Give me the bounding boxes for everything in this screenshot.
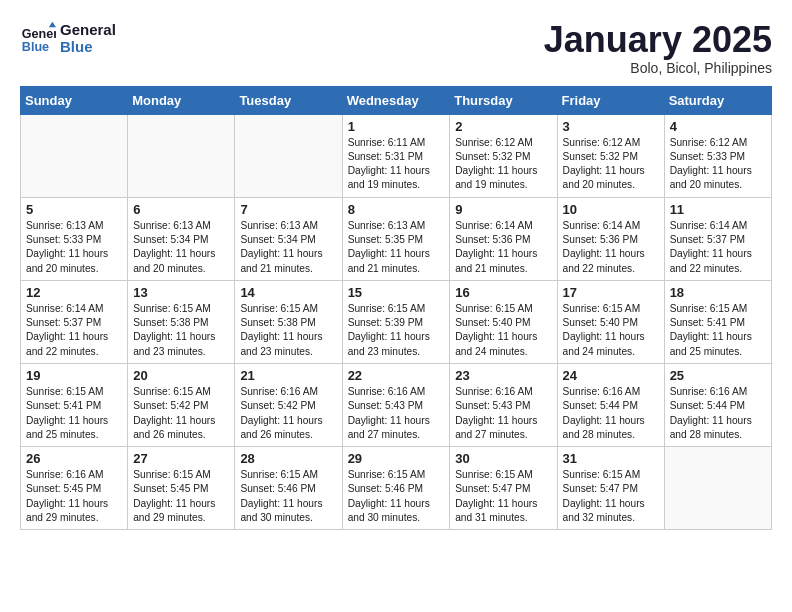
- day-cell: 22Sunrise: 6:16 AM Sunset: 5:43 PM Dayli…: [342, 363, 450, 446]
- day-cell: [21, 114, 128, 197]
- day-cell: [235, 114, 342, 197]
- day-info: Sunrise: 6:15 AM Sunset: 5:45 PM Dayligh…: [133, 468, 229, 525]
- day-info: Sunrise: 6:13 AM Sunset: 5:34 PM Dayligh…: [240, 219, 336, 276]
- day-info: Sunrise: 6:11 AM Sunset: 5:31 PM Dayligh…: [348, 136, 445, 193]
- day-cell: 19Sunrise: 6:15 AM Sunset: 5:41 PM Dayli…: [21, 363, 128, 446]
- day-number: 5: [26, 202, 122, 217]
- day-cell: 15Sunrise: 6:15 AM Sunset: 5:39 PM Dayli…: [342, 280, 450, 363]
- day-number: 8: [348, 202, 445, 217]
- day-info: Sunrise: 6:16 AM Sunset: 5:44 PM Dayligh…: [563, 385, 659, 442]
- day-info: Sunrise: 6:14 AM Sunset: 5:37 PM Dayligh…: [26, 302, 122, 359]
- day-number: 29: [348, 451, 445, 466]
- day-cell: 11Sunrise: 6:14 AM Sunset: 5:37 PM Dayli…: [664, 197, 771, 280]
- day-info: Sunrise: 6:15 AM Sunset: 5:42 PM Dayligh…: [133, 385, 229, 442]
- day-number: 9: [455, 202, 551, 217]
- weekday-header-tuesday: Tuesday: [235, 86, 342, 114]
- weekday-header-monday: Monday: [128, 86, 235, 114]
- logo-icon: General Blue: [20, 20, 56, 56]
- day-number: 23: [455, 368, 551, 383]
- logo-line1: General: [60, 21, 116, 38]
- weekday-header-wednesday: Wednesday: [342, 86, 450, 114]
- day-cell: 17Sunrise: 6:15 AM Sunset: 5:40 PM Dayli…: [557, 280, 664, 363]
- day-number: 25: [670, 368, 766, 383]
- day-number: 19: [26, 368, 122, 383]
- day-number: 4: [670, 119, 766, 134]
- svg-marker-2: [49, 22, 56, 27]
- day-cell: 20Sunrise: 6:15 AM Sunset: 5:42 PM Dayli…: [128, 363, 235, 446]
- weekday-header-row: SundayMondayTuesdayWednesdayThursdayFrid…: [21, 86, 772, 114]
- day-number: 14: [240, 285, 336, 300]
- day-cell: 30Sunrise: 6:15 AM Sunset: 5:47 PM Dayli…: [450, 447, 557, 530]
- svg-text:Blue: Blue: [22, 40, 49, 54]
- day-info: Sunrise: 6:15 AM Sunset: 5:46 PM Dayligh…: [348, 468, 445, 525]
- week-row-5: 26Sunrise: 6:16 AM Sunset: 5:45 PM Dayli…: [21, 447, 772, 530]
- day-number: 30: [455, 451, 551, 466]
- day-info: Sunrise: 6:14 AM Sunset: 5:37 PM Dayligh…: [670, 219, 766, 276]
- day-cell: 2Sunrise: 6:12 AM Sunset: 5:32 PM Daylig…: [450, 114, 557, 197]
- day-number: 21: [240, 368, 336, 383]
- weekday-header-sunday: Sunday: [21, 86, 128, 114]
- day-info: Sunrise: 6:15 AM Sunset: 5:38 PM Dayligh…: [133, 302, 229, 359]
- day-number: 1: [348, 119, 445, 134]
- day-cell: 23Sunrise: 6:16 AM Sunset: 5:43 PM Dayli…: [450, 363, 557, 446]
- day-number: 31: [563, 451, 659, 466]
- day-info: Sunrise: 6:15 AM Sunset: 5:39 PM Dayligh…: [348, 302, 445, 359]
- day-cell: 12Sunrise: 6:14 AM Sunset: 5:37 PM Dayli…: [21, 280, 128, 363]
- day-info: Sunrise: 6:16 AM Sunset: 5:45 PM Dayligh…: [26, 468, 122, 525]
- day-cell: 3Sunrise: 6:12 AM Sunset: 5:32 PM Daylig…: [557, 114, 664, 197]
- location: Bolo, Bicol, Philippines: [544, 60, 772, 76]
- day-number: 20: [133, 368, 229, 383]
- day-cell: 26Sunrise: 6:16 AM Sunset: 5:45 PM Dayli…: [21, 447, 128, 530]
- day-info: Sunrise: 6:15 AM Sunset: 5:38 PM Dayligh…: [240, 302, 336, 359]
- title-block: January 2025 Bolo, Bicol, Philippines: [544, 20, 772, 76]
- day-info: Sunrise: 6:16 AM Sunset: 5:42 PM Dayligh…: [240, 385, 336, 442]
- day-info: Sunrise: 6:12 AM Sunset: 5:32 PM Dayligh…: [455, 136, 551, 193]
- day-info: Sunrise: 6:16 AM Sunset: 5:43 PM Dayligh…: [455, 385, 551, 442]
- calendar: SundayMondayTuesdayWednesdayThursdayFrid…: [20, 86, 772, 531]
- day-info: Sunrise: 6:14 AM Sunset: 5:36 PM Dayligh…: [563, 219, 659, 276]
- day-number: 17: [563, 285, 659, 300]
- day-cell: 13Sunrise: 6:15 AM Sunset: 5:38 PM Dayli…: [128, 280, 235, 363]
- day-cell: 29Sunrise: 6:15 AM Sunset: 5:46 PM Dayli…: [342, 447, 450, 530]
- week-row-3: 12Sunrise: 6:14 AM Sunset: 5:37 PM Dayli…: [21, 280, 772, 363]
- day-cell: 7Sunrise: 6:13 AM Sunset: 5:34 PM Daylig…: [235, 197, 342, 280]
- day-info: Sunrise: 6:15 AM Sunset: 5:41 PM Dayligh…: [26, 385, 122, 442]
- day-info: Sunrise: 6:15 AM Sunset: 5:46 PM Dayligh…: [240, 468, 336, 525]
- day-cell: 16Sunrise: 6:15 AM Sunset: 5:40 PM Dayli…: [450, 280, 557, 363]
- day-number: 10: [563, 202, 659, 217]
- day-cell: 9Sunrise: 6:14 AM Sunset: 5:36 PM Daylig…: [450, 197, 557, 280]
- day-info: Sunrise: 6:13 AM Sunset: 5:35 PM Dayligh…: [348, 219, 445, 276]
- day-info: Sunrise: 6:14 AM Sunset: 5:36 PM Dayligh…: [455, 219, 551, 276]
- day-number: 12: [26, 285, 122, 300]
- day-number: 16: [455, 285, 551, 300]
- day-number: 3: [563, 119, 659, 134]
- day-cell: [664, 447, 771, 530]
- day-info: Sunrise: 6:12 AM Sunset: 5:32 PM Dayligh…: [563, 136, 659, 193]
- logo: General Blue General Blue: [20, 20, 116, 56]
- day-info: Sunrise: 6:15 AM Sunset: 5:41 PM Dayligh…: [670, 302, 766, 359]
- logo-line2: Blue: [60, 38, 116, 55]
- day-number: 24: [563, 368, 659, 383]
- day-number: 27: [133, 451, 229, 466]
- day-cell: 5Sunrise: 6:13 AM Sunset: 5:33 PM Daylig…: [21, 197, 128, 280]
- day-cell: [128, 114, 235, 197]
- day-number: 2: [455, 119, 551, 134]
- day-cell: 28Sunrise: 6:15 AM Sunset: 5:46 PM Dayli…: [235, 447, 342, 530]
- day-cell: 25Sunrise: 6:16 AM Sunset: 5:44 PM Dayli…: [664, 363, 771, 446]
- day-cell: 24Sunrise: 6:16 AM Sunset: 5:44 PM Dayli…: [557, 363, 664, 446]
- day-number: 7: [240, 202, 336, 217]
- month-title: January 2025: [544, 20, 772, 60]
- day-number: 11: [670, 202, 766, 217]
- week-row-1: 1Sunrise: 6:11 AM Sunset: 5:31 PM Daylig…: [21, 114, 772, 197]
- day-cell: 31Sunrise: 6:15 AM Sunset: 5:47 PM Dayli…: [557, 447, 664, 530]
- weekday-header-thursday: Thursday: [450, 86, 557, 114]
- day-number: 22: [348, 368, 445, 383]
- week-row-2: 5Sunrise: 6:13 AM Sunset: 5:33 PM Daylig…: [21, 197, 772, 280]
- day-cell: 10Sunrise: 6:14 AM Sunset: 5:36 PM Dayli…: [557, 197, 664, 280]
- day-info: Sunrise: 6:15 AM Sunset: 5:47 PM Dayligh…: [563, 468, 659, 525]
- day-cell: 18Sunrise: 6:15 AM Sunset: 5:41 PM Dayli…: [664, 280, 771, 363]
- day-number: 13: [133, 285, 229, 300]
- day-cell: 4Sunrise: 6:12 AM Sunset: 5:33 PM Daylig…: [664, 114, 771, 197]
- day-cell: 6Sunrise: 6:13 AM Sunset: 5:34 PM Daylig…: [128, 197, 235, 280]
- day-number: 18: [670, 285, 766, 300]
